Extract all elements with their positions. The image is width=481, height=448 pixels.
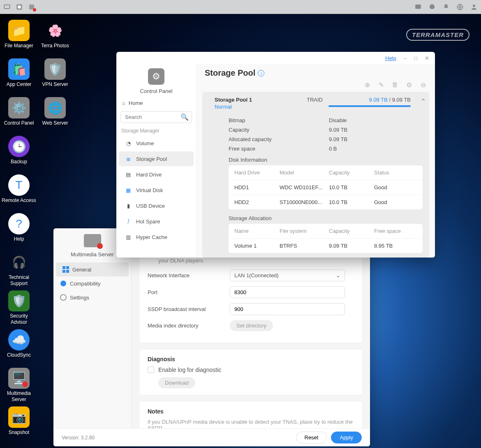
control-panel-app-icon: ⚙ — [148, 68, 164, 85]
nav-usb-device[interactable]: ▮USB Device — [119, 198, 194, 213]
chevron-down-icon: ⌄ — [336, 272, 340, 279]
network-interface-label: Network Interface — [148, 272, 230, 279]
pool-usage-bar — [328, 105, 411, 107]
volume-icon: ◔ — [125, 139, 132, 147]
media-directory-label: Media index directory — [148, 323, 230, 329]
desktop-backup[interactable]: 🕒Backup — [2, 134, 36, 170]
control-panel-icon[interactable] — [16, 3, 23, 11]
mm-diagnosis-card: Diagnosis Enable log for diagnostic Down… — [139, 349, 363, 395]
desktop-snapshot[interactable]: 📷Snapshot — [2, 405, 36, 441]
network-interface-select[interactable]: LAN 1(Connected) ⌄ — [230, 269, 345, 281]
page-title: Storage Pool — [205, 68, 255, 78]
hot-spare-icon: ⤴ — [125, 218, 132, 225]
desktop-security-advisor[interactable]: 🛡️Security Advisor — [2, 289, 36, 325]
delete-button[interactable]: 🗑 — [391, 81, 399, 88]
brand-logo: TERRAMASTER — [406, 29, 469, 41]
svg-rect-11 — [66, 270, 69, 273]
nav-hard-drive[interactable]: ▤Hard Drive — [119, 167, 194, 182]
desktop-multimedia-server[interactable]: 🖥️Multimedia Server — [2, 366, 36, 402]
edit-button[interactable]: ✎ — [377, 81, 385, 88]
settings-button[interactable]: ⚙ — [405, 81, 413, 88]
nav-volume[interactable]: ◔Volume — [119, 136, 194, 151]
enable-diagnostic-log-label: Enable log for diagnostic — [158, 367, 221, 373]
pool-raid-type: TRAID — [307, 97, 323, 103]
svg-rect-10 — [62, 270, 65, 273]
remove-button[interactable]: ⊖ — [419, 81, 427, 88]
virtual-disk-icon: ▦ — [125, 186, 132, 194]
pool-total: 9.09 TB — [392, 97, 411, 103]
storage-pool-icon: ≣ — [125, 155, 132, 162]
tab-general-label: General — [72, 267, 91, 273]
bell-icon[interactable] — [442, 3, 450, 11]
ssdp-label: SSDP broadcast interval — [148, 306, 230, 312]
category-storage-manager: Storage Manager — [116, 126, 196, 135]
taskbar — [0, 0, 481, 14]
mm-sidebar: Multimedia Server General Compatibility … — [53, 228, 132, 446]
disk-info-title: Disk Information — [229, 157, 423, 163]
multimedia-server-window: Multimedia Server General Compatibility … — [53, 228, 370, 446]
disk-row: HDD2 ST10000NE000... 10.0 TB Good — [229, 195, 423, 209]
desktop-web-server[interactable]: 🌐Web Server — [38, 95, 72, 132]
close-button[interactable]: ✕ — [425, 55, 429, 61]
network-interface-value: LAN 1(Connected) — [234, 272, 279, 279]
toolbar: ⊕ ✎ 🗑 ⚙ ⊖ — [197, 79, 435, 92]
apply-button[interactable]: Apply — [331, 432, 362, 443]
pool-used: 9.09 TB — [369, 97, 388, 103]
svg-point-7 — [473, 5, 475, 7]
nav-hot-spare[interactable]: ⤴Hot Spare — [119, 214, 194, 229]
allocation-title: Storage Allocation — [229, 215, 423, 221]
collapse-icon[interactable]: ⌃ — [421, 97, 426, 105]
nav-virtual-disk[interactable]: ▦Virtual Disk — [119, 183, 194, 197]
desktop-app-center[interactable]: 🛍️App Center — [2, 57, 36, 93]
svg-rect-9 — [66, 266, 69, 269]
nav-hyper-cache[interactable]: ▥Hyper Cache — [119, 230, 194, 244]
user-icon[interactable] — [470, 3, 478, 11]
svg-point-13 — [60, 295, 66, 300]
svg-point-2 — [18, 5, 21, 9]
port-input[interactable] — [230, 286, 345, 298]
tab-general[interactable]: General — [56, 262, 129, 276]
desktop-remote-access[interactable]: TRemote Access — [2, 173, 36, 209]
usb-icon: ▮ — [125, 202, 132, 209]
hard-drive-icon: ▤ — [125, 171, 132, 178]
desktop-cloudsync[interactable]: ☁️CloudSync — [2, 327, 36, 364]
chat-icon[interactable] — [428, 3, 436, 11]
svg-rect-0 — [4, 5, 10, 8]
svg-rect-4 — [415, 5, 421, 9]
multimedia-server-icon[interactable] — [28, 3, 35, 11]
home-link[interactable]: ⌂ Home — [116, 97, 196, 109]
desktop-technical-support[interactable]: 🎧Technical Support — [2, 250, 36, 286]
set-directory-button[interactable]: Set directory — [230, 320, 273, 331]
mm-version: Version: 3.2.80 — [62, 435, 95, 441]
tab-compatibility[interactable]: Compatibility — [53, 276, 131, 290]
desktop-help[interactable]: ?Help — [2, 211, 36, 248]
search-icon: 🔍 — [180, 113, 189, 121]
mm-app-icon — [84, 234, 101, 247]
desktop-terra-photos[interactable]: 🌸Terra Photos — [38, 18, 72, 54]
allocation-table: Name File system Capacity Free space Vol… — [229, 224, 423, 253]
globe-icon[interactable] — [456, 3, 464, 11]
nav-storage-pool[interactable]: ≣Storage Pool — [119, 151, 194, 166]
ssdp-input[interactable] — [230, 303, 345, 315]
tab-settings[interactable]: Settings — [53, 290, 131, 304]
control-panel-label: Control Panel — [140, 88, 173, 94]
add-button[interactable]: ⊕ — [363, 81, 371, 88]
dashboard-icon[interactable] — [414, 3, 422, 11]
diagnosis-title: Diagnosis — [148, 356, 354, 362]
info-icon[interactable]: i — [258, 70, 264, 77]
desktop-file-manager[interactable]: 📁File Manager — [2, 18, 36, 54]
reset-button[interactable]: Reset — [296, 432, 327, 443]
svg-point-12 — [60, 281, 66, 286]
show-desktop-icon[interactable] — [3, 3, 11, 11]
help-link[interactable]: Help — [385, 55, 396, 61]
svg-rect-8 — [62, 266, 65, 269]
enable-diagnostic-log-checkbox[interactable] — [148, 367, 154, 373]
desktop-vpn-server[interactable]: 🛡️VPN Server — [38, 57, 72, 93]
disk-row: HDD1 WDC WD101EF... 10.0 TB Good — [229, 180, 423, 195]
maximize-button[interactable]: □ — [414, 55, 417, 61]
storage-pool-panel: Storage Pool 1 Normal TRAID 9.09 TB / 9.… — [202, 92, 429, 258]
minimize-button[interactable]: – — [404, 55, 407, 61]
download-log-button[interactable]: Download — [158, 377, 195, 388]
svg-point-5 — [430, 4, 435, 9]
desktop-control-panel[interactable]: ⚙️Control Panel — [2, 95, 36, 132]
